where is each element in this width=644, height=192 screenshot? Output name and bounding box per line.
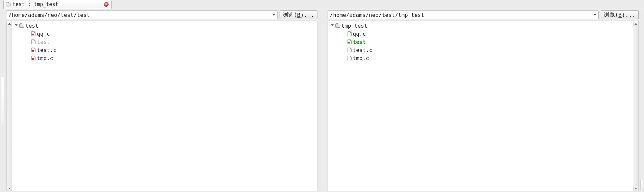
folder-icon xyxy=(6,3,10,6)
gutter-handle[interactable] xyxy=(1,77,4,124)
scroll-up-icon[interactable] xyxy=(7,21,12,26)
file-icon xyxy=(348,56,352,60)
folder-icon xyxy=(335,24,340,28)
close-icon[interactable]: × xyxy=(104,2,109,7)
tree-root[interactable]: tmp_test xyxy=(328,22,633,30)
file-icon xyxy=(31,39,35,44)
folder-icon xyxy=(19,24,24,28)
file-icon xyxy=(348,39,352,44)
tab-bar: test : tmp_test × xyxy=(0,0,644,9)
tab-active[interactable]: test : tmp_test × xyxy=(3,0,112,9)
left-scrollbar[interactable] xyxy=(6,21,12,191)
tree-file[interactable]: test.c xyxy=(12,46,317,54)
tree-file-label: qq.c xyxy=(353,31,366,37)
tree-root-label: tmp_test xyxy=(341,23,367,29)
right-path-row: /home/adams/neo/test/tmp_test 浏览(B)... xyxy=(327,9,640,21)
left-path-combo[interactable]: /home/adams/neo/test/test xyxy=(6,10,278,19)
tree-file-label: qq.c xyxy=(37,31,50,37)
left-gutter xyxy=(0,9,5,192)
browse-label-suffix: )... xyxy=(301,12,314,18)
left-pane: /home/adams/neo/test/test 浏览(B)... testq… xyxy=(5,9,318,192)
file-icon xyxy=(348,31,352,36)
file-icon xyxy=(31,56,35,60)
tree-root[interactable]: test xyxy=(12,22,317,30)
left-browse-button[interactable]: 浏览(B)... xyxy=(280,10,317,19)
file-icon xyxy=(348,48,352,52)
right-stub[interactable] xyxy=(640,180,643,190)
pane-divider[interactable] xyxy=(318,9,327,192)
right-scrollbar[interactable] xyxy=(633,21,638,191)
main-split: /home/adams/neo/test/test 浏览(B)... testq… xyxy=(0,9,644,192)
browse-label-hotkey: B xyxy=(297,12,301,18)
tree-file[interactable]: tmp.c xyxy=(328,54,633,62)
browse-label-prefix: 浏览( xyxy=(604,11,618,19)
right-tree-wrap: tmp_testqq.ctesttest.ctmp.c xyxy=(328,21,639,191)
tab-title: test : tmp_test xyxy=(13,1,58,7)
browse-label-hotkey: B xyxy=(618,12,622,18)
browse-label-prefix: 浏览( xyxy=(283,11,297,19)
tree-file[interactable]: tmp.c xyxy=(12,54,317,62)
tree-file[interactable]: test xyxy=(328,38,633,46)
tree-file[interactable]: test xyxy=(12,38,317,46)
tree-file-label: test xyxy=(353,39,366,45)
left-tree[interactable]: testqq.ctesttest.ctmp.c xyxy=(12,21,317,191)
right-path-text: /home/adams/neo/test/tmp_test xyxy=(330,12,424,18)
right-path-combo[interactable]: /home/adams/neo/test/tmp_test xyxy=(328,10,599,19)
tree-file[interactable]: test.c xyxy=(328,46,633,54)
tree-file[interactable]: qq.c xyxy=(12,30,317,38)
tree-file-label: test.c xyxy=(37,47,56,53)
right-tree[interactable]: tmp_testqq.ctesttest.ctmp.c xyxy=(328,21,633,191)
right-edge xyxy=(639,9,644,192)
expander-icon[interactable] xyxy=(330,24,334,28)
tree-file[interactable]: qq.c xyxy=(328,30,633,38)
chevron-down-icon xyxy=(272,14,275,16)
right-browse-button[interactable]: 浏览(B)... xyxy=(601,10,639,19)
left-path-row: /home/adams/neo/test/test 浏览(B)... xyxy=(5,9,318,21)
scroll-down-icon[interactable] xyxy=(7,186,12,191)
tree-file-label: test.c xyxy=(353,47,373,53)
file-icon xyxy=(31,31,35,36)
left-tree-wrap: testqq.ctesttest.ctmp.c xyxy=(6,21,317,191)
tree-file-label: tmp.c xyxy=(353,55,369,61)
browse-label-suffix: )... xyxy=(622,12,636,18)
tree-root-label: test xyxy=(25,23,39,29)
right-pane: /home/adams/neo/test/tmp_test 浏览(B)... t… xyxy=(327,9,640,192)
tree-file-label: test xyxy=(37,39,50,45)
tree-file-label: tmp.c xyxy=(37,55,53,61)
scroll-down-icon[interactable] xyxy=(633,186,638,191)
expander-icon[interactable] xyxy=(14,24,18,28)
chevron-down-icon xyxy=(594,14,596,16)
app-root: test : tmp_test × /home/adams/neo/test/t… xyxy=(0,0,644,192)
file-icon xyxy=(31,48,35,52)
scroll-up-icon[interactable] xyxy=(633,21,638,26)
left-path-text: /home/adams/neo/test/test xyxy=(8,12,90,18)
